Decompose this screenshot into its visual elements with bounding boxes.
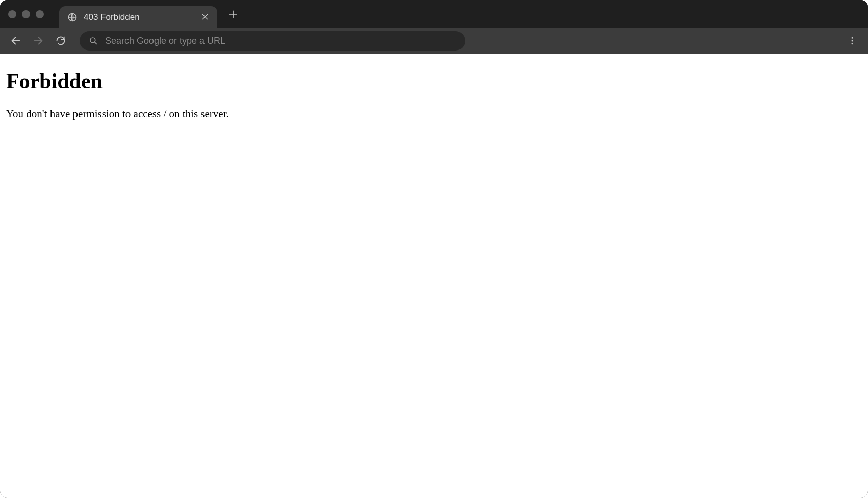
toolbar [0,28,868,54]
window-close-button[interactable] [8,10,16,18]
address-input[interactable] [105,36,456,46]
browser-tab[interactable]: 403 Forbidden [59,6,217,29]
search-icon [89,36,98,45]
page-message: You don't have permission to access / on… [6,108,862,120]
svg-point-10 [852,40,853,42]
tab-bar: 403 Forbidden [0,0,868,28]
browser-menu-button[interactable] [843,31,862,51]
svg-point-11 [852,43,853,44]
window-controls [5,10,49,18]
address-bar[interactable] [80,31,465,51]
svg-point-9 [852,37,853,39]
window-minimize-button[interactable] [22,10,30,18]
page-content: Forbidden You don't have permission to a… [0,54,868,498]
reload-button[interactable] [51,31,70,51]
page-heading: Forbidden [6,69,862,93]
window-maximize-button[interactable] [36,10,44,18]
svg-line-8 [94,42,96,44]
new-tab-button[interactable] [224,6,242,23]
globe-icon [67,12,78,22]
tab-title: 403 Forbidden [84,12,195,22]
forward-button[interactable] [29,31,48,51]
browser-window: 403 Forbidden [0,0,868,498]
tab-close-button[interactable] [201,13,210,22]
back-button[interactable] [6,31,25,51]
